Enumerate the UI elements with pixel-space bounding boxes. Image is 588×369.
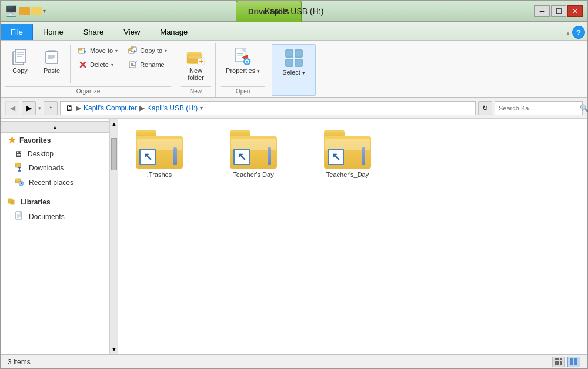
- sidebar-scrollbar: ▲ ▼: [109, 119, 118, 354]
- delete-button[interactable]: Delete ▾: [74, 58, 122, 71]
- move-to-arrow: ▾: [115, 48, 118, 53]
- shortcut-badge3: ↖: [328, 149, 344, 165]
- ribbon: File Home Share View Manage ▲ ?: [1, 22, 587, 98]
- svg-rect-60: [555, 358, 557, 360]
- breadcrumb-usb[interactable]: Kapil's USB (H:): [147, 104, 198, 112]
- help-button[interactable]: ?: [572, 26, 585, 39]
- svg-rect-42: [285, 50, 292, 57]
- history-dropdown[interactable]: ▾: [38, 105, 41, 111]
- up-button[interactable]: ↑: [44, 101, 58, 115]
- sidebar-item-desktop[interactable]: 🖥 Desktop: [1, 147, 109, 160]
- svg-rect-69: [570, 358, 573, 365]
- open-items: Properties ▾: [220, 44, 265, 84]
- svg-rect-65: [560, 361, 562, 363]
- search-icon: 🔍: [580, 104, 588, 112]
- tab-manage[interactable]: Manage: [150, 24, 198, 40]
- quick-access-arrow[interactable]: ▾: [43, 8, 51, 14]
- properties-button[interactable]: Properties ▾: [220, 44, 265, 77]
- tab-file[interactable]: File: [1, 24, 33, 40]
- scrollbar-track: [110, 129, 118, 344]
- maximize-button[interactable]: ☐: [551, 5, 566, 17]
- titlebar-icons: 🖥️ ▾: [5, 5, 51, 17]
- rename-button[interactable]: Rename: [124, 58, 171, 71]
- svg-rect-41: [249, 61, 251, 62]
- svg-rect-20: [129, 62, 135, 68]
- paste-label: Paste: [44, 67, 60, 74]
- minimize-button[interactable]: ─: [534, 5, 550, 17]
- select-button[interactable]: Select ▾: [277, 46, 310, 79]
- svg-rect-11: [79, 48, 82, 50]
- rename-icon: [128, 60, 138, 69]
- select-label: Select ▾: [282, 69, 305, 76]
- select-group: Select ▾: [272, 44, 316, 96]
- search-input[interactable]: [499, 105, 580, 112]
- computer-icon: 🖥: [65, 103, 74, 113]
- items-count: 3 items: [8, 358, 31, 366]
- documents-icon: [15, 211, 24, 222]
- file-item-teachers-day2[interactable]: ↖ Teacher's_Day: [318, 130, 377, 178]
- properties-icon: [233, 47, 252, 66]
- sidebar-libraries-heading[interactable]: Libraries: [1, 194, 109, 209]
- copy-icon: [11, 47, 29, 66]
- main-window: 🖥️ ▾ Drive Tools Kapil's USB (H:) ─ ☐ ✕: [0, 0, 588, 369]
- select-items: Select ▾: [277, 46, 310, 82]
- tab-view[interactable]: View: [113, 24, 150, 40]
- new-group: New folder New: [176, 43, 216, 97]
- ribbon-collapse-btn[interactable]: ▲: [565, 30, 571, 36]
- close-button[interactable]: ✕: [567, 5, 583, 17]
- move-to-icon: [78, 46, 88, 55]
- sidebar-item-downloads[interactable]: Downloads: [1, 160, 109, 175]
- search-box[interactable]: 🔍: [495, 101, 583, 115]
- svg-rect-18: [131, 47, 133, 49]
- breadcrumb[interactable]: 🖥 ▶ Kapil's Computer ▶ Kapil's USB (H:) …: [60, 101, 476, 115]
- svg-rect-39: [246, 63, 248, 65]
- sidebar-item-documents[interactable]: Documents: [1, 209, 109, 224]
- back-button[interactable]: ◀: [5, 101, 19, 115]
- sidebar-item-recent[interactable]: Recent places: [1, 175, 109, 190]
- paste-button[interactable]: Paste: [37, 44, 66, 77]
- tab-share[interactable]: Share: [74, 24, 114, 40]
- svg-rect-38: [246, 58, 248, 60]
- libraries-icon: [8, 196, 17, 207]
- scrollbar-thumb[interactable]: [111, 138, 117, 170]
- statusbar: 3 items: [1, 354, 587, 368]
- view-buttons: [552, 357, 580, 367]
- open-label: Open: [220, 86, 265, 96]
- ribbon-separator: [70, 45, 71, 83]
- breadcrumb-computer[interactable]: Kapil's Computer: [83, 104, 137, 112]
- file-name-trashes: .Trashes: [147, 171, 172, 178]
- tab-home[interactable]: Home: [33, 24, 74, 40]
- scrollbar-down[interactable]: ▼: [110, 344, 118, 354]
- scrollbar-up[interactable]: ▲: [110, 119, 118, 129]
- svg-rect-66: [555, 363, 557, 365]
- delete-arrow: ▾: [111, 62, 113, 68]
- svg-rect-6: [46, 52, 58, 63]
- move-to-button[interactable]: Move to ▾: [74, 44, 122, 57]
- organize-col: Move to ▾ Delete: [74, 44, 122, 71]
- copy-to-button[interactable]: Copy to ▾: [124, 44, 171, 57]
- list-view-button[interactable]: [552, 357, 565, 367]
- forward-button[interactable]: ▶: [22, 101, 36, 115]
- downloads-icon: [15, 162, 24, 173]
- file-item-trashes[interactable]: ↖ .Trashes: [130, 130, 189, 178]
- breadcrumb-dropdown[interactable]: ▾: [200, 105, 203, 111]
- copy-to-label: Copy to: [140, 47, 162, 54]
- svg-rect-16: [129, 49, 131, 51]
- delete-icon: [78, 60, 88, 69]
- svg-rect-63: [555, 361, 557, 363]
- sidebar-scroll-up[interactable]: ▲: [1, 121, 109, 133]
- delete-label: Delete: [90, 61, 109, 68]
- shortcut-badge2: ↖: [233, 149, 250, 165]
- large-icon-view-button[interactable]: [567, 357, 580, 367]
- sidebar-favorites-heading[interactable]: ★ Favorites: [1, 133, 109, 147]
- refresh-button[interactable]: ↻: [478, 101, 492, 115]
- copy-to-arrow: ▾: [165, 48, 167, 53]
- quick-access-icon2: [31, 7, 42, 15]
- new-folder-button[interactable]: New folder: [181, 44, 211, 84]
- file-item-teachers-day[interactable]: ↖ Teacher's Day: [224, 130, 283, 178]
- file-area: ↖ .Trashes ↖ Teacher's Day: [118, 119, 587, 354]
- open-group: Properties ▾ Open: [216, 43, 270, 97]
- new-label: New: [181, 86, 211, 96]
- svg-rect-43: [295, 50, 302, 57]
- copy-button[interactable]: Copy: [5, 44, 35, 77]
